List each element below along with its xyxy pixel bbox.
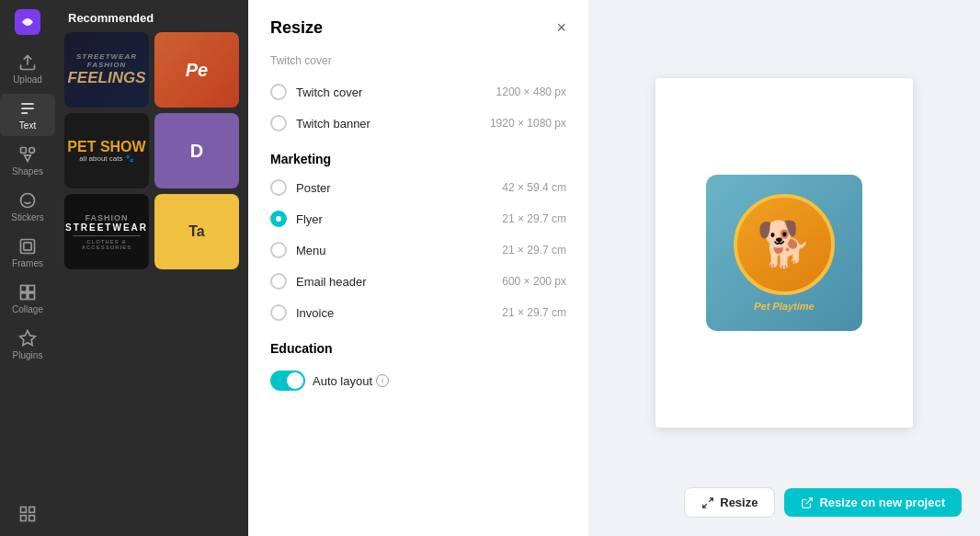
- svg-rect-15: [29, 516, 35, 521]
- template-card-feelings[interactable]: STREETWEAR FASHION FEELINGS: [64, 32, 149, 108]
- svg-rect-10: [21, 293, 28, 300]
- radio-email-header[interactable]: [270, 273, 287, 290]
- template-card-partial[interactable]: Pe: [154, 32, 239, 108]
- sidebar-item-shapes[interactable]: Shapes: [0, 140, 55, 182]
- svg-rect-7: [24, 243, 31, 250]
- external-link-icon: [801, 496, 814, 509]
- sidebar-item-collage[interactable]: Collage: [0, 278, 55, 320]
- section-title-marketing: Marketing: [270, 152, 566, 166]
- bottom-bar: Resize Resize on new project: [607, 487, 962, 518]
- radio-twitch-cover[interactable]: [270, 84, 287, 100]
- svg-rect-14: [21, 516, 27, 521]
- section-title-education: Education: [270, 341, 566, 356]
- svg-rect-8: [21, 286, 28, 292]
- svg-rect-9: [28, 286, 35, 292]
- preview-area: 🐕 Pet Playtime Resize Resize on new proj…: [588, 0, 980, 536]
- option-size-poster: 42 × 59.4 cm: [502, 181, 566, 194]
- option-menu[interactable]: Menu 21 × 29.7 cm: [270, 234, 566, 266]
- radio-twitch-banner[interactable]: [270, 115, 287, 131]
- modal-overlay: Resize × Twitch cover Twitch cover 1200 …: [248, 0, 980, 536]
- resize-new-button-label: Resize on new project: [819, 496, 945, 509]
- option-label-twitch-cover: Twitch cover: [296, 86, 362, 99]
- option-email-header[interactable]: Email header 600 × 200 px: [270, 266, 566, 297]
- svg-point-3: [21, 194, 35, 208]
- option-label-twitch-banner: Twitch banner: [296, 117, 370, 131]
- dog-emoji: 🐕: [757, 219, 812, 270]
- svg-rect-1: [21, 148, 27, 154]
- d-text: D: [190, 141, 203, 162]
- dog-card-inner: 🐕 Pet Playtime: [713, 182, 856, 325]
- pet-show-title: PET SHOW: [67, 140, 145, 154]
- option-poster[interactable]: Poster 42 × 59.4 cm: [270, 172, 566, 203]
- resize-button[interactable]: Resize: [684, 487, 775, 518]
- template-card-fashion[interactable]: FASHION STREETWEAR CLOTHES & ACCESSORIES: [64, 194, 149, 269]
- option-size-menu: 21 × 29.7 cm: [502, 244, 566, 257]
- template-card-pet-show[interactable]: PET SHOW all about cats 🐾: [64, 113, 149, 188]
- option-label-menu: Menu: [296, 244, 326, 257]
- partial-text: Pe: [186, 60, 208, 81]
- option-label-poster: Poster: [296, 181, 331, 195]
- pet-playtime-text: Pet Playtime: [754, 301, 814, 312]
- resize-new-button[interactable]: Resize on new project: [784, 488, 962, 517]
- option-flyer[interactable]: Flyer 21 × 29.7 cm: [270, 203, 566, 234]
- option-invoice[interactable]: Invoice 21 × 29.7 cm: [270, 297, 566, 328]
- sidebar-item-label: Plugins: [13, 350, 43, 360]
- auto-layout-toggle[interactable]: [270, 371, 305, 391]
- sidebar-item-more[interactable]: [0, 499, 55, 529]
- sidebar-item-text[interactable]: Text: [0, 94, 55, 136]
- sidebar-item-plugins[interactable]: Plugins: [0, 324, 55, 366]
- panel-grid: STREETWEAR FASHION FEELINGS Pe PET SHOW …: [55, 32, 248, 269]
- template-card-d[interactable]: D: [154, 113, 239, 188]
- app-logo[interactable]: [13, 7, 42, 37]
- auto-layout-row: Auto layout i: [270, 371, 566, 391]
- option-twitch-cover[interactable]: Twitch cover 1200 × 480 px: [270, 76, 566, 108]
- feelings-title: FEELINGS: [67, 69, 145, 87]
- sidebar-item-frames[interactable]: Frames: [0, 232, 55, 274]
- close-button[interactable]: ×: [556, 18, 566, 38]
- resize-modal: Resize × Twitch cover Twitch cover 1200 …: [248, 0, 588, 536]
- sidebar-item-upload[interactable]: Upload: [0, 48, 55, 90]
- sidebar: Upload Text Shapes Stickers Frames: [0, 0, 55, 536]
- pet-show-subtitle: all about cats 🐾: [79, 154, 133, 163]
- stickers-icon: [18, 191, 37, 210]
- feelings-subtitle: STREETWEAR FASHION: [64, 52, 149, 69]
- toggle-knob: [287, 372, 303, 389]
- plugins-icon: [18, 329, 37, 348]
- radio-flyer[interactable]: [270, 211, 287, 227]
- svg-rect-13: [29, 507, 35, 513]
- templates-panel: Recommended STREETWEAR FASHION FEELINGS …: [55, 0, 248, 536]
- template-card-ta[interactable]: Ta: [154, 194, 239, 269]
- dog-card: 🐕 Pet Playtime: [706, 175, 862, 331]
- auto-layout-text: Auto layout: [313, 374, 372, 388]
- resize-icon: [701, 496, 714, 509]
- option-label-flyer: Flyer: [296, 212, 323, 226]
- option-size-flyer: 21 × 29.7 cm: [502, 212, 566, 225]
- modal-title: Resize: [270, 18, 323, 38]
- option-twitch-banner[interactable]: Twitch banner 1920 × 1080 px: [270, 108, 566, 139]
- svg-rect-11: [28, 293, 35, 300]
- text-icon: [18, 99, 37, 118]
- sidebar-item-label: Collage: [12, 304, 43, 314]
- radio-menu[interactable]: [270, 242, 287, 258]
- svg-rect-12: [21, 507, 27, 513]
- radio-invoice[interactable]: [270, 304, 287, 321]
- info-icon[interactable]: i: [376, 374, 389, 387]
- svg-rect-6: [21, 240, 35, 254]
- sidebar-item-stickers[interactable]: Stickers: [0, 186, 55, 228]
- fashion-divider: [73, 235, 141, 236]
- sidebar-item-label: Stickers: [11, 212, 44, 222]
- option-size-invoice: 21 × 29.7 cm: [502, 306, 566, 319]
- upload-icon: [18, 53, 37, 72]
- panel-title: Recommended: [55, 0, 248, 32]
- sidebar-item-label: Upload: [13, 74, 42, 85]
- option-label-invoice: Invoice: [296, 306, 334, 320]
- auto-layout-label: Auto layout i: [313, 374, 389, 388]
- option-size-twitch-banner: 1920 × 1080 px: [490, 117, 566, 130]
- sidebar-item-label: Shapes: [12, 166, 43, 177]
- sidebar-item-label: Frames: [12, 258, 43, 268]
- svg-point-2: [29, 148, 35, 154]
- option-label-email-header: Email header: [296, 275, 367, 289]
- fashion-title: STREETWEAR: [65, 222, 148, 233]
- sidebar-item-label: Text: [19, 120, 36, 131]
- radio-poster[interactable]: [270, 179, 287, 196]
